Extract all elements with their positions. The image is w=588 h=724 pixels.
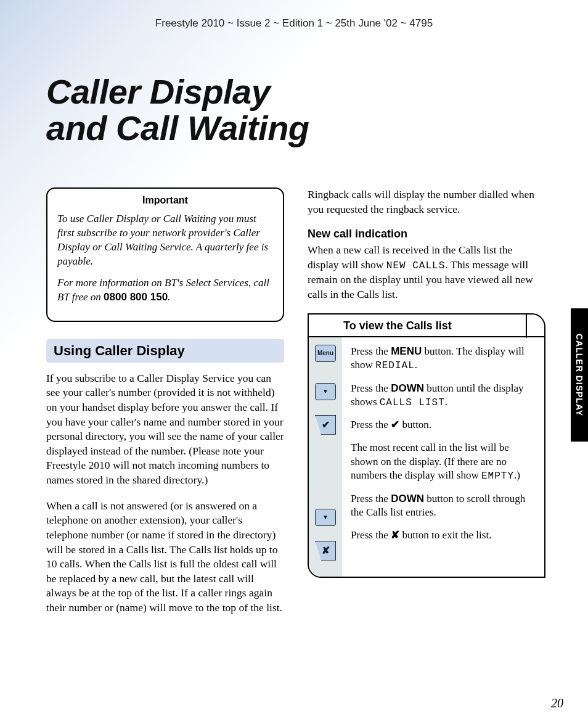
- title-line-1: Caller Display: [46, 72, 270, 111]
- menu-button-label: MENU: [391, 345, 422, 357]
- page-title: Caller Display and Call Waiting: [46, 74, 309, 147]
- important-label: Important: [57, 189, 273, 212]
- procedure-step-6: Press the ✘ button to exit the list.: [351, 529, 536, 543]
- menu-key-icon: Menu: [315, 345, 336, 362]
- lcd-redial: REDIAL: [375, 360, 415, 371]
- section-heading-using-caller-display: Using Caller Display: [46, 339, 284, 363]
- procedure-steps: Press the MENU button. The display will …: [342, 337, 544, 577]
- procedure-step-2: Press the DOWN button until the display …: [351, 382, 536, 410]
- important-paragraph-2: For more information on BT's Select Serv…: [57, 276, 273, 305]
- procedure-step-4: The most recent call in the list will be…: [351, 441, 536, 483]
- down-button-label-2: DOWN: [391, 493, 424, 504]
- procedure-box: To view the Calls list Menu ▼ ✔ ▼ ✘: [308, 313, 545, 578]
- subheading-new-call-indication: New call indication: [308, 228, 545, 241]
- check-icon: ✔: [391, 419, 399, 430]
- lcd-empty: EMPTY: [481, 471, 514, 482]
- cross-icon: ✘: [391, 529, 399, 541]
- procedure-step-1: Press the MENU button. The display will …: [351, 345, 536, 373]
- important-box: Important To use Caller Display or Call …: [46, 187, 284, 322]
- page-number: 20: [551, 696, 563, 710]
- body-paragraph-2: When a call is not answered (or is answe…: [46, 499, 284, 615]
- cross-key-icon: ✘: [315, 541, 336, 561]
- procedure-title: To view the Calls list: [309, 315, 544, 337]
- lcd-new-calls: NEW CALLS: [386, 260, 445, 271]
- section-tab-caller-display: CALLER DISPLAY: [571, 308, 588, 442]
- lcd-calls-list: CALLS LIST: [380, 397, 445, 408]
- down-button-label: DOWN: [391, 382, 424, 394]
- title-line-2: and Call Waiting: [46, 109, 309, 147]
- right-column: Ringback calls will display the number d…: [308, 187, 545, 627]
- ringback-paragraph: Ringback calls will display the number d…: [308, 187, 545, 216]
- running-header: Freestyle 2010 ~ Issue 2 ~ Edition 1 ~ 2…: [0, 17, 588, 30]
- important-p2-tail: .: [168, 291, 170, 303]
- procedure-step-3: Press the ✔ button.: [351, 418, 536, 432]
- new-call-paragraph: When a new call is received in the Calls…: [308, 243, 545, 302]
- check-key-icon: ✔: [315, 415, 336, 435]
- down-key-icon: ▼: [315, 383, 336, 400]
- body-paragraph-1: If you subscribe to a Caller Display Ser…: [46, 371, 284, 488]
- bt-phone-number: 0800 800 150: [104, 291, 168, 303]
- left-column: Important To use Caller Display or Call …: [46, 187, 284, 627]
- down-key-icon-2: ▼: [315, 509, 336, 526]
- important-paragraph-1: To use Caller Display or Call Waiting yo…: [57, 212, 273, 269]
- procedure-step-5: Press the DOWN button to scroll through …: [351, 492, 536, 520]
- procedure-key-column: Menu ▼ ✔ ▼ ✘: [309, 337, 342, 577]
